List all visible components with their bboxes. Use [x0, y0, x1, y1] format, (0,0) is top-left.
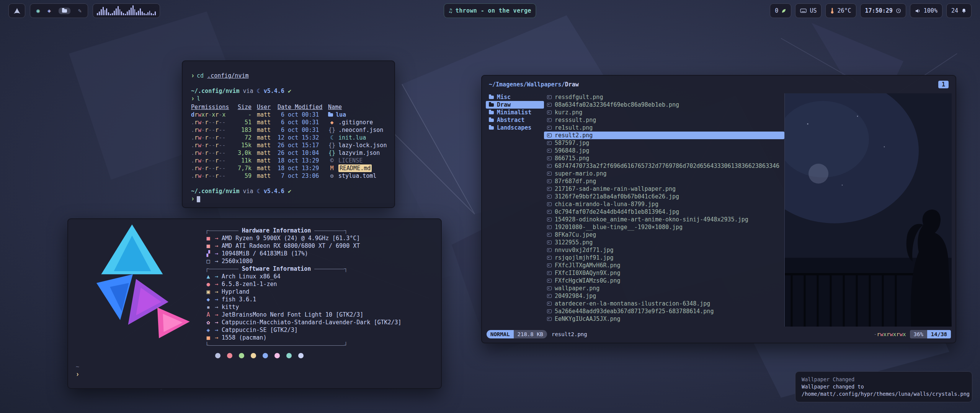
file-item[interactable]: 8FKa7Cu.jpeg — [544, 231, 784, 239]
file-name: lua — [336, 111, 346, 119]
info-line-icon: □ — [205, 257, 211, 265]
col-user: User — [257, 103, 272, 111]
breadcrumb-parent[interactable]: ~/Imagenes/Wallpapers/ — [489, 81, 565, 88]
palette-dot — [215, 353, 220, 358]
file-item[interactable]: nnvuv0xj2df71.jpg — [544, 246, 784, 254]
file-item[interactable]: kurz.png — [544, 109, 784, 116]
app-launcher-button[interactable] — [8, 3, 25, 18]
file-name: 217167-sad-anime-rain-wallpaper.png — [555, 185, 676, 192]
file-item[interactable]: 87r687df.png — [544, 177, 784, 185]
image-file-icon — [547, 187, 552, 191]
directory-item[interactable]: Misc — [486, 93, 544, 101]
file-item[interactable]: 3126f7e9bbf21a8a4af0b67b041c6e26.jpg — [544, 193, 784, 200]
file-item[interactable]: 68747470733a2f2f696d616765732d7769786d70… — [544, 162, 784, 170]
bar-right-modules: 0 US 26°C 17:50:29 100% 24 — [770, 3, 972, 18]
directory-item[interactable]: Draw — [486, 101, 544, 109]
file-item[interactable]: 3122955.png — [544, 239, 784, 246]
filetype-icon: {} — [328, 149, 336, 157]
file-date: 26 oct 10:04 — [278, 149, 323, 157]
file-item[interactable]: 08a634fa02a32364f69ebc86a98eb1eb.png — [544, 101, 784, 109]
file-owner: matt — [257, 157, 272, 164]
image-file-icon — [547, 133, 552, 137]
section-footer: └┘ — [205, 341, 348, 349]
file-item[interactable]: result2.png — [544, 132, 784, 139]
tab-indicator[interactable]: 1 — [938, 81, 949, 88]
workspace-1-button[interactable]: ◉ — [36, 7, 40, 14]
info-line-text: AMD ATI Radeon RX 6800/6800 XT / 6900 XT — [222, 242, 360, 250]
file-name: 19201080-__blue-tinge__-1920×1080.jpg — [555, 224, 683, 231]
clock-module[interactable]: 17:50:29 — [860, 3, 906, 18]
mode-badge: NORMAL — [487, 330, 514, 338]
media-player-module[interactable]: ♫ thrown - on the verge — [444, 3, 536, 18]
workspace-2-button[interactable]: ◈ — [47, 7, 51, 14]
system-info-window[interactable]: ┌ Hardware Information ┐ ■ → AMD Ryzen 9… — [67, 218, 442, 389]
file-listing: Permissions Size User Date Modified Name… — [191, 103, 386, 180]
file-item[interactable]: 154928-odinokoe_anime-art-anime-okno-sin… — [544, 216, 784, 223]
file-name: result2.png — [555, 132, 593, 139]
file-item[interactable]: 587597.jpg — [544, 139, 784, 147]
image-file-icon — [547, 294, 552, 298]
file-size: 59 — [235, 172, 252, 180]
arrow-icon: → — [215, 319, 218, 326]
file-item[interactable]: EeNKYgIUcAAJ5JX.png — [544, 315, 784, 323]
keyboard-layout-module[interactable]: US — [795, 3, 822, 18]
file-name: 596848.jpg — [555, 147, 589, 154]
file-item[interactable]: FXfcII0X0AQyn9X.png — [544, 269, 784, 277]
file-item[interactable]: 20492984.jpg — [544, 292, 784, 300]
volume-module[interactable]: 100% — [910, 3, 942, 18]
directory-item[interactable]: Abstract — [486, 116, 544, 124]
filetype-icon: {} — [328, 141, 336, 149]
command-line-current[interactable]: › — [191, 195, 386, 203]
file-item[interactable]: resssult.png — [544, 116, 784, 124]
workspace-4-button[interactable]: ✎ — [78, 7, 82, 14]
terminal-window[interactable]: ›cd .config/nvim ~/.config/nvim via ☾ v5… — [182, 60, 395, 208]
file-name: 20492984.jpg — [555, 293, 596, 299]
file-name: FXfcHgcWIAMzs0G.png — [555, 277, 621, 284]
notifications-module[interactable]: 24 — [946, 3, 972, 18]
file-item[interactable]: wallpaper.png — [544, 285, 784, 292]
bar-center: ♫ thrown - on the verge — [444, 3, 536, 18]
file-item[interactable]: super-mario.png — [544, 170, 784, 177]
file-name: 866715.png — [555, 155, 589, 162]
temperature-module[interactable]: 26°C — [825, 3, 856, 18]
file-item[interactable]: 19201080-__blue-tinge__-1920×1080.jpg — [544, 223, 784, 231]
file-name-cell: {}lazyvim.json — [328, 149, 387, 157]
prompt-arrow: › — [76, 370, 79, 379]
file-permissions: .rw-r--r-- — [191, 119, 230, 126]
workspace-3-button-active[interactable] — [59, 8, 70, 14]
arrow-icon: → — [215, 326, 218, 334]
terminal-color-palette — [215, 353, 435, 358]
directory-item[interactable]: Minimalist — [486, 109, 544, 116]
folder-icon — [489, 126, 494, 130]
file-item[interactable]: ressdfgult.png — [544, 93, 784, 101]
file-item[interactable]: 596848.jpg — [544, 147, 784, 154]
file-item[interactable]: FXfcHgcWIAMzs0G.png — [544, 277, 784, 285]
file-item[interactable]: 5a266e448add93deab367d87173e9f25-6837886… — [544, 307, 784, 315]
file-item[interactable]: atardecer-en-la-montanas-ilustracion-634… — [544, 300, 784, 307]
file-name: 0c794faf07de24a4db4d4fb1eb813964.jpg — [555, 208, 679, 215]
info-line-text: fish 3.6.1 — [222, 296, 256, 303]
arrow-icon: → — [215, 234, 218, 242]
image-file-icon — [547, 263, 552, 267]
file-manager-panels: Misc Draw Minimalist Abstract Landscapes — [486, 93, 952, 327]
file-item[interactable]: 0c794faf07de24a4db4d4fb1eb813964.jpg — [544, 208, 784, 216]
notification-toast[interactable]: Wallpaper Changed Wallpaper changed to /… — [795, 371, 972, 402]
updates-module[interactable]: 0 — [770, 3, 791, 18]
folder-icon — [489, 103, 494, 107]
file-item[interactable]: rsjqojlmjhf91.jpg — [544, 254, 784, 262]
file-size: 3,0k — [235, 149, 252, 157]
file-name: kurz.png — [555, 109, 582, 116]
file-item[interactable]: chica-mirando-la-luna-8799.jpg — [544, 200, 784, 208]
file-item[interactable]: re1sult.png — [544, 124, 784, 132]
fetch-shell-prompt[interactable]: ~ › — [76, 363, 82, 378]
directory-item[interactable]: Landscapes — [486, 124, 544, 132]
file-item[interactable]: FXfcJlTXgAMvH6R.png — [544, 262, 784, 269]
directory-name: Misc — [497, 94, 511, 101]
file-item[interactable]: 217167-sad-anime-rain-wallpaper.png — [544, 185, 784, 193]
file-manager-window[interactable]: ~/Imagenes/Wallpapers/Draw 1 Misc Draw M… — [481, 75, 956, 343]
top-bar: ◉ ◈ ✎ ♫ thrown - on the verge 0 US 26°C … — [0, 0, 980, 21]
file-item[interactable]: 866715.png — [544, 154, 784, 162]
file-name: FXfcII0X0AQyn9X.png — [555, 270, 621, 276]
folder-icon — [489, 119, 494, 122]
lua-version: v5.4.6 — [264, 188, 284, 195]
